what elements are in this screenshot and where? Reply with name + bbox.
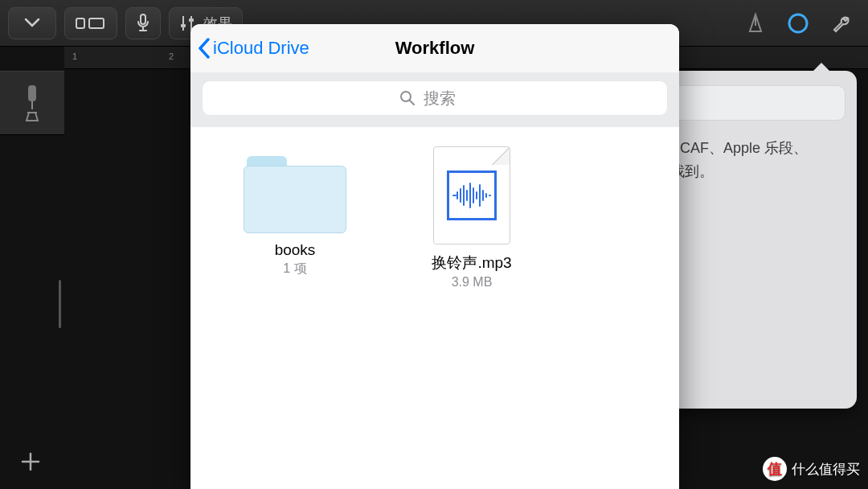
help-text-line1: V、CAF、Apple 乐段、 bbox=[656, 137, 845, 160]
help-popover-search[interactable] bbox=[656, 85, 845, 121]
file-item-subtitle: 3.9 MB bbox=[452, 275, 493, 290]
svg-rect-0 bbox=[76, 18, 84, 28]
plus-icon bbox=[19, 450, 42, 473]
svg-rect-3 bbox=[181, 24, 186, 27]
picker-navbar: iCloud Drive Workflow bbox=[190, 24, 679, 72]
svg-point-5 bbox=[789, 14, 807, 32]
file-item-audio[interactable]: 换铃声.mp3 3.9 MB bbox=[399, 146, 544, 290]
waveform-icon bbox=[452, 180, 492, 211]
chevron-left-icon bbox=[197, 37, 211, 60]
file-item-folder[interactable]: books 1 项 bbox=[223, 146, 367, 277]
settings-wrench-icon[interactable] bbox=[829, 11, 854, 35]
watermark-text: 什么值得买 bbox=[792, 460, 860, 479]
file-picker-modal: iCloud Drive Workflow books 1 项 bbox=[190, 24, 679, 489]
loop-browser-icon[interactable] bbox=[786, 11, 810, 35]
svg-rect-6 bbox=[28, 85, 36, 101]
audio-file-icon bbox=[433, 146, 510, 244]
file-item-name: books bbox=[275, 241, 316, 259]
picker-searchbox[interactable] bbox=[202, 80, 668, 116]
picker-search-input[interactable] bbox=[422, 88, 470, 109]
watermark-badge: 值 bbox=[763, 457, 787, 481]
watermark: 值 什么值得买 bbox=[763, 457, 860, 481]
picker-back-label: iCloud Drive bbox=[213, 38, 309, 59]
svg-rect-4 bbox=[189, 18, 194, 22]
gb-mic-button[interactable] bbox=[125, 7, 161, 39]
svg-rect-2 bbox=[141, 14, 145, 24]
ruler-mark-1: 1 bbox=[72, 51, 77, 61]
ruler-mark-2: 2 bbox=[169, 51, 174, 61]
picker-searchbar bbox=[190, 72, 679, 127]
condenser-mic-icon bbox=[23, 84, 42, 122]
file-item-name: 换铃声.mp3 bbox=[432, 253, 511, 273]
track-view-icon bbox=[75, 15, 107, 31]
gb-add-track-button[interactable] bbox=[14, 446, 47, 478]
gb-view-button[interactable] bbox=[64, 7, 117, 39]
gb-resize-handle[interactable] bbox=[56, 280, 64, 328]
file-item-subtitle: 1 项 bbox=[283, 261, 306, 277]
metronome-icon[interactable] bbox=[744, 12, 767, 35]
search-icon bbox=[399, 90, 416, 106]
svg-rect-1 bbox=[89, 18, 104, 28]
gb-track-header[interactable] bbox=[0, 71, 64, 135]
chevron-down-icon bbox=[24, 18, 40, 29]
picker-file-grid: books 1 项 换铃声.mp3 3.9 MB bbox=[190, 127, 679, 489]
svg-point-8 bbox=[401, 92, 411, 101]
help-text-line2: 里找到。 bbox=[656, 160, 845, 183]
picker-back-button[interactable]: iCloud Drive bbox=[197, 24, 309, 72]
microphone-icon bbox=[136, 14, 150, 33]
folder-icon bbox=[244, 153, 346, 233]
gb-nav-button[interactable] bbox=[8, 7, 56, 39]
